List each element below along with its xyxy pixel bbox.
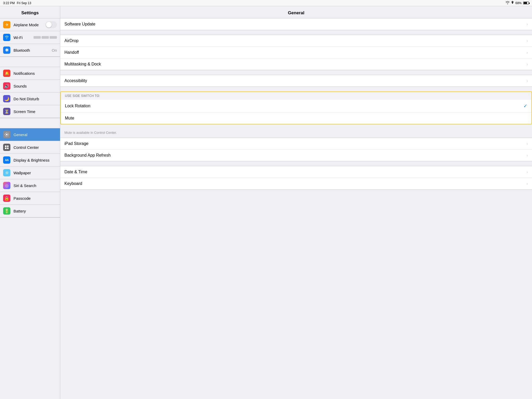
sidebar-group-connectivity: ✈ Airplane Mode Wi-Fi ✱ [0,18,60,57]
status-time: 3:22 PM [3,1,15,5]
wifi-setting-icon [3,34,10,41]
sidebar: Settings ✈ Airplane Mode Wi-Fi [0,6,60,200]
sidebar-item-do-not-disturb[interactable]: 🌙 Do Not Disturb [0,92,60,105]
software-update-label: Software Update [64,22,266,26]
display-brightness-label: Display & Brightness [14,158,57,162]
multitasking-dock-row[interactable]: Multitasking & Dock › [60,58,266,70]
keyboard-row[interactable]: Keyboard › [60,178,266,189]
sidebar-item-notifications[interactable]: 🔔 Notifications [0,67,60,80]
software-update-row[interactable]: Software Update › [60,18,266,30]
sidebar-group-system: 🔔 Notifications 🔊 Sounds 🌙 Do Not Distur… [0,67,60,118]
passcode-icon: 🔒 [3,195,10,200]
accessibility-label: Accessibility [64,78,266,83]
sidebar-item-wallpaper[interactable]: ❊ Wallpaper [0,167,60,179]
sidebar-item-sounds[interactable]: 🔊 Sounds [0,80,60,92]
bluetooth-value: On [52,48,57,52]
sidebar-item-wifi[interactable]: Wi-Fi [0,31,60,44]
mute-note: Mute is available in Control Center. [60,129,266,138]
sidebar-item-airplane-mode[interactable]: ✈ Airplane Mode [0,18,60,31]
screen-time-label: Screen Time [14,109,57,114]
screen-time-icon: ⏳ [3,108,10,115]
sidebar-item-screen-time[interactable]: ⏳ Screen Time [0,105,60,118]
keyboard-label: Keyboard [64,181,266,186]
ipad-storage-label: iPad Storage [64,141,266,146]
date-time-label: Date & Time [64,170,266,174]
notifications-icon: 🔔 [3,70,10,77]
accessibility-row[interactable]: Accessibility › [60,75,266,87]
display-brightness-icon: AA [3,156,10,164]
sidebar-item-bluetooth[interactable]: ✱ Bluetooth On [0,44,60,57]
wifi-label: Wi-Fi [14,35,30,40]
airplane-mode-icon: ✈ [3,21,10,28]
svg-rect-4 [7,148,9,149]
airplane-mode-toggle[interactable] [45,21,57,28]
background-app-refresh-row[interactable]: Background App Refresh › [60,150,266,161]
mute-label: Mute [65,116,266,121]
date-time-row[interactable]: Date & Time › [60,166,266,178]
sidebar-item-control-center[interactable]: Control Center [0,141,60,154]
main-container: Settings ✈ Airplane Mode Wi-Fi [0,6,266,200]
sidebar-item-display-brightness[interactable]: AA Display & Brightness [0,154,60,167]
general-icon [3,131,10,138]
airplane-mode-label: Airplane Mode [14,23,42,27]
sidebar-item-siri-search[interactable]: ◎ Siri & Search [0,179,60,192]
ipad-storage-row[interactable]: iPad Storage › [60,138,266,150]
svg-point-0 [6,134,8,135]
svg-rect-2 [7,145,9,147]
handoff-row[interactable]: Handoff › [60,47,266,58]
lock-rotation-row[interactable]: Lock Rotation ✓ [61,100,266,112]
bluetooth-icon: ✱ [3,46,10,54]
svg-rect-1 [5,145,6,147]
content-group-accessibility: Accessibility › [60,75,266,87]
content-group-software: Software Update › [60,18,266,30]
general-label: General [14,132,57,137]
side-switch-header: USE SIDE SWITCH TO: [61,92,266,100]
content-group-date-keyboard: Date & Time › Keyboard › [60,166,266,190]
content-title: General [60,6,266,18]
multitasking-dock-label: Multitasking & Dock [64,62,266,66]
content-group-storage: iPad Storage › Background App Refresh › [60,138,266,161]
status-day: Fri Sep 13 [17,1,31,5]
control-center-label: Control Center [14,145,57,150]
mute-row[interactable]: Mute [61,112,266,124]
svg-rect-3 [5,148,6,149]
wallpaper-label: Wallpaper [14,171,57,175]
airdrop-row[interactable]: AirDrop › [60,35,266,47]
content-group-sharing: AirDrop › Handoff › Multitasking & Dock … [60,35,266,70]
control-center-icon [3,144,10,151]
do-not-disturb-icon: 🌙 [3,95,10,102]
sidebar-group-device: General Control Center AA Display & Brig… [0,128,60,200]
passcode-label: Passcode [14,196,57,200]
side-switch-section: USE SIDE SWITCH TO: Lock Rotation ✓ Mute [60,91,266,124]
bluetooth-label: Bluetooth [14,48,49,52]
lock-rotation-label: Lock Rotation [65,104,266,108]
sidebar-title: Settings [0,6,60,18]
content-area: General Software Update › AirDrop › Hand… [60,6,266,200]
airdrop-label: AirDrop [64,38,266,43]
wallpaper-icon: ❊ [3,169,10,176]
background-app-refresh-label: Background App Refresh [64,153,266,158]
wifi-value [34,36,57,39]
notifications-label: Notifications [14,71,57,76]
sidebar-item-passcode[interactable]: 🔒 Passcode [0,192,60,200]
siri-search-label: Siri & Search [14,183,57,188]
status-bar: 3:22 PM Fri Sep 13 68% [0,0,266,6]
siri-search-icon: ◎ [3,182,10,189]
status-left: 3:22 PM Fri Sep 13 [3,1,31,5]
do-not-disturb-label: Do Not Disturb [14,97,57,101]
sounds-icon: 🔊 [3,82,10,90]
sidebar-item-general[interactable]: General [0,128,60,141]
handoff-label: Handoff [64,50,266,55]
sounds-label: Sounds [14,84,57,88]
